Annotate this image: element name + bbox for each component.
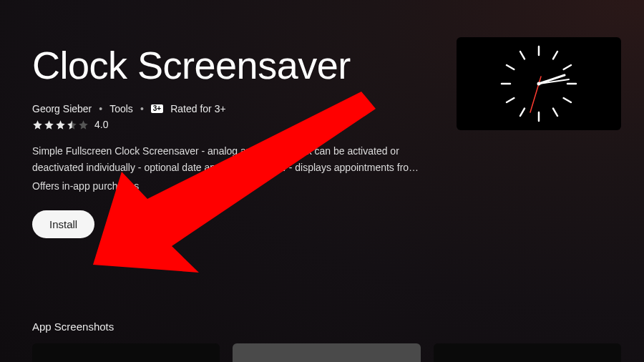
app-description: Simple Fullscreen Clock Screensaver - an… (32, 143, 433, 176)
svg-line-7 (553, 109, 557, 116)
svg-line-6 (564, 98, 571, 102)
star-full-icon (44, 119, 54, 130)
app-preview-thumbnail[interactable] (457, 37, 621, 130)
separator-dot: • (140, 103, 144, 114)
svg-line-5 (564, 65, 571, 69)
separator-dot: • (99, 103, 102, 114)
iap-notice: Offers in-app purchases (32, 180, 612, 192)
rating-value: 4.0 (94, 119, 108, 130)
screenshot-thumbnail[interactable] (233, 343, 420, 362)
category-label[interactable]: Tools (109, 103, 133, 114)
svg-line-4 (553, 52, 557, 59)
content-rating-badge-icon: 3+ (151, 104, 163, 113)
star-full-icon (32, 119, 43, 130)
screenshots-carousel[interactable] (32, 343, 621, 362)
svg-line-10 (507, 65, 514, 69)
screenshot-thumbnail[interactable] (434, 343, 621, 362)
screenshots-section-title: App Screenshots (32, 321, 114, 333)
svg-line-9 (507, 98, 514, 102)
screenshot-thumbnail[interactable] (32, 343, 220, 362)
svg-line-14 (530, 84, 539, 112)
star-rating-icon (32, 119, 89, 130)
svg-line-8 (520, 109, 525, 116)
install-button[interactable]: Install (32, 210, 94, 238)
content-rating-label: Rated for 3+ (170, 103, 225, 114)
svg-point-16 (537, 82, 541, 86)
star-full-icon (55, 119, 66, 130)
developer-name[interactable]: Georg Sieber (32, 103, 92, 114)
svg-line-11 (520, 52, 525, 59)
star-empty-icon (78, 119, 89, 130)
star-half-icon (67, 119, 77, 130)
analog-clock-icon (496, 41, 582, 127)
